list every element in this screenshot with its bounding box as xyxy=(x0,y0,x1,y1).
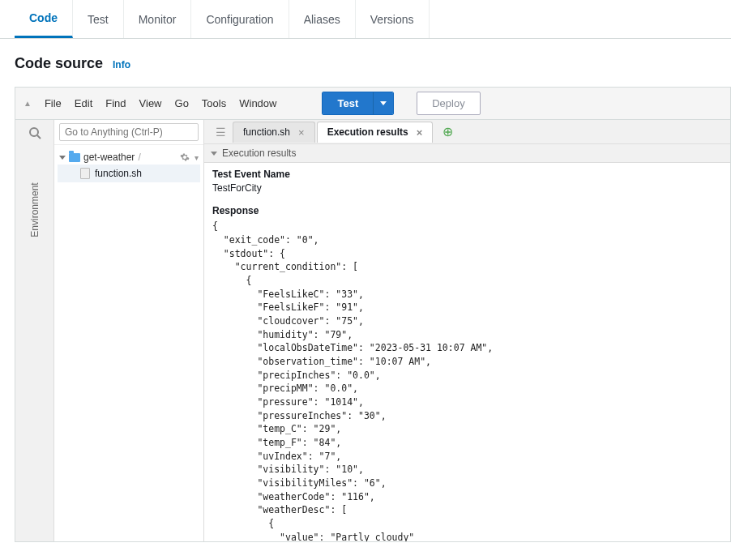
gear-icon[interactable] xyxy=(180,152,190,162)
test-dropdown-button[interactable] xyxy=(373,92,393,114)
tree-menu-caret-icon[interactable]: ▾ xyxy=(193,153,199,162)
menu-tools[interactable]: Tools xyxy=(202,97,226,109)
editor-tab-file-label: function.sh xyxy=(243,126,290,138)
page-title: Code source xyxy=(15,55,103,72)
top-tabs: Code Test Monitor Configuration Aliases … xyxy=(0,0,731,39)
environment-rail-label[interactable]: Environment xyxy=(29,182,41,237)
close-icon[interactable]: × xyxy=(417,126,423,139)
tree-file-function[interactable]: function.sh xyxy=(58,165,200,182)
collapse-icon[interactable]: ▲ xyxy=(24,99,32,108)
ide-panel: ▲ File Edit Find View Go Tools Window Te… xyxy=(15,87,731,542)
results-panel-title: Execution results xyxy=(222,147,296,159)
test-event-name-label: Test Event Name xyxy=(212,168,722,182)
tab-aliases[interactable]: Aliases xyxy=(289,0,356,38)
svg-point-0 xyxy=(30,128,38,136)
tab-monitor[interactable]: Monitor xyxy=(124,0,192,38)
menu-go[interactable]: Go xyxy=(175,97,189,109)
menu-file[interactable]: File xyxy=(45,97,62,109)
editor-tab-results[interactable]: Execution results × xyxy=(317,122,434,143)
response-label: Response xyxy=(212,204,722,218)
file-icon xyxy=(80,168,90,179)
tree-folder-label: get-weather xyxy=(83,152,135,163)
menu-edit[interactable]: Edit xyxy=(75,97,92,109)
editor-tabs: ☰ function.sh × Execution results × ⊕ xyxy=(204,120,730,144)
menubar: ▲ File Edit Find View Go Tools Window Te… xyxy=(15,88,730,120)
editor-tab-results-label: Execution results xyxy=(327,126,408,138)
sidebar-rail: Environment xyxy=(15,120,54,541)
deploy-button[interactable]: Deploy xyxy=(417,92,480,115)
tab-versions[interactable]: Versions xyxy=(356,0,430,38)
editor-area: ☰ function.sh × Execution results × ⊕ Ex… xyxy=(204,120,730,541)
tab-configuration[interactable]: Configuration xyxy=(191,0,289,38)
response-body: { "exit_code": "0", "stdout": { "current… xyxy=(212,220,722,541)
file-search xyxy=(54,120,203,145)
test-button[interactable]: Test xyxy=(323,92,373,114)
tab-test[interactable]: Test xyxy=(73,0,124,38)
caret-down-icon xyxy=(59,156,66,160)
menu-view[interactable]: View xyxy=(139,97,162,109)
info-link[interactable]: Info xyxy=(113,59,130,71)
test-button-group: Test xyxy=(322,92,394,115)
execution-output: Test Event Name TestForCity Response { "… xyxy=(204,163,730,541)
add-tab-icon[interactable]: ⊕ xyxy=(434,124,461,139)
file-panel: get-weather / ▾ function.sh xyxy=(54,120,204,541)
search-icon[interactable] xyxy=(28,126,41,139)
tab-code[interactable]: Code xyxy=(15,0,73,38)
menu-window[interactable]: Window xyxy=(239,97,276,109)
go-to-anything-input[interactable] xyxy=(59,123,199,141)
file-tree: get-weather / ▾ function.sh xyxy=(54,145,203,187)
caret-down-icon xyxy=(211,152,217,156)
tree-folder-separator: / xyxy=(138,152,140,163)
close-icon[interactable]: × xyxy=(298,126,305,139)
menu-find[interactable]: Find xyxy=(105,97,126,109)
test-event-name-value: TestForCity xyxy=(212,182,722,195)
tree-file-label: function.sh xyxy=(95,168,142,179)
chevron-down-icon xyxy=(380,101,387,105)
svg-line-1 xyxy=(37,135,41,139)
section-header: Code source Info xyxy=(15,55,731,72)
results-panel-header[interactable]: Execution results xyxy=(204,144,730,163)
editor-tab-file[interactable]: function.sh × xyxy=(233,122,315,143)
tree-folder-root[interactable]: get-weather / ▾ xyxy=(58,150,200,165)
tab-list-icon[interactable]: ☰ xyxy=(209,126,233,139)
folder-icon xyxy=(69,153,80,162)
